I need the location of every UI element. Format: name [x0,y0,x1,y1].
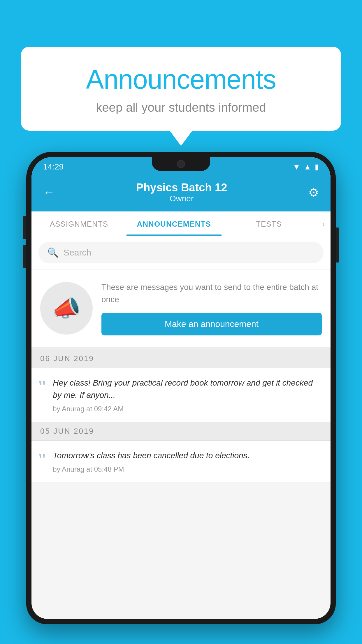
status-icons: ▼ ▲ ▮ [293,162,319,172]
announcement-content-1: Hey class! Bring your practical record b… [53,377,322,413]
phone-screen: 14:29 ▼ ▲ ▮ ← Physics Batch 12 Owner ⚙ A… [31,157,331,619]
header-title: Physics Batch 12 [55,181,308,194]
announcement-meta-1: by Anurag at 09:42 AM [53,405,322,413]
tab-assignments[interactable]: ASSIGNMENTS [31,211,126,236]
speech-bubble: Announcements keep all your students inf… [21,47,341,131]
date-separator-2: 05 JUN 2019 [31,422,331,441]
battery-icon: ▮ [315,162,319,172]
header-center: Physics Batch 12 Owner [55,181,308,203]
megaphone-icon: 📣 [52,295,81,322]
search-container: 🔍 Search [31,236,331,270]
megaphone-icon-circle: 📣 [40,282,93,335]
announcement-item-1: " Hey class! Bring your practical record… [31,368,331,422]
signal-icon: ▲ [304,162,311,172]
promo-section: 📣 These are messages you want to send to… [31,270,331,349]
tab-tests[interactable]: TESTS [222,211,317,236]
bubble-title: Announcements [38,64,324,95]
power-button[interactable] [336,228,339,262]
search-icon: 🔍 [47,247,59,258]
date-separator-1: 06 JUN 2019 [31,349,331,368]
app-header: ← Physics Batch 12 Owner ⚙ [31,174,331,211]
promo-description: These are messages you want to send to t… [101,281,322,306]
speech-bubble-container: Announcements keep all your students inf… [21,47,341,131]
promo-content: These are messages you want to send to t… [101,281,322,335]
volume-down-button[interactable] [23,245,26,268]
tab-more-icon[interactable]: › [316,211,331,236]
header-subtitle: Owner [55,194,308,203]
phone-notch [152,157,210,171]
announcement-text-2: Tomorrow's class has been cancelled due … [53,449,322,462]
announcement-text-1: Hey class! Bring your practical record b… [53,377,322,401]
wifi-icon: ▼ [293,162,301,172]
announcement-item-2: " Tomorrow's class has been cancelled du… [31,441,331,482]
tab-bar: ASSIGNMENTS ANNOUNCEMENTS TESTS › [31,211,331,236]
tab-announcements[interactable]: ANNOUNCEMENTS [126,211,222,236]
quote-icon-2: " [37,451,47,468]
phone-camera [177,160,185,168]
search-bar[interactable]: 🔍 Search [38,242,324,263]
back-button[interactable]: ← [43,186,55,199]
announcement-content-2: Tomorrow's class has been cancelled due … [53,449,322,473]
announcement-meta-2: by Anurag at 05:48 PM [53,465,322,473]
make-announcement-button[interactable]: Make an announcement [101,313,322,335]
phone-outer: 14:29 ▼ ▲ ▮ ← Physics Batch 12 Owner ⚙ A… [26,152,336,624]
status-time: 14:29 [43,162,64,172]
search-placeholder: Search [64,248,91,258]
bubble-subtitle: keep all your students informed [38,101,324,115]
settings-icon[interactable]: ⚙ [308,186,319,199]
quote-icon-1: " [37,378,47,396]
phone-mockup: 14:29 ▼ ▲ ▮ ← Physics Batch 12 Owner ⚙ A… [26,152,336,644]
volume-up-button[interactable] [23,216,26,239]
